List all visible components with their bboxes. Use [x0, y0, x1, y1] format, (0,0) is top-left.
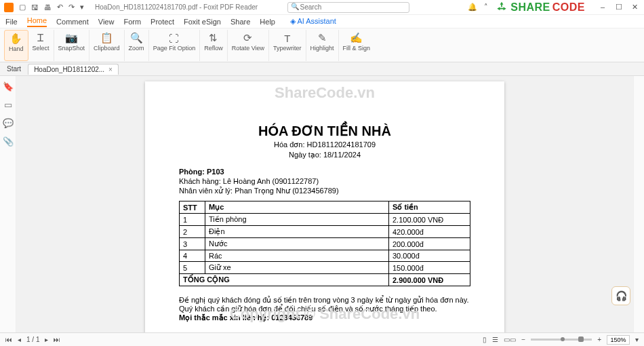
minimize-button[interactable]: –: [598, 3, 607, 12]
right-sidebar: [633, 76, 644, 332]
camera-icon: 📷: [65, 31, 78, 45]
app-icon: [4, 3, 14, 12]
more-icon[interactable]: ▾: [80, 3, 84, 12]
clipboard-icon: 📋: [100, 31, 113, 45]
tool-zoom[interactable]: 🔍Zoom: [125, 30, 149, 61]
note-3: Mọi thắc mắc xin liên hệ: 0123456789: [179, 313, 470, 322]
room-label: Phòng: P103: [179, 168, 470, 176]
title-right: 🔔 ˄ SHARECODE – ☐ ✕: [468, 1, 640, 14]
window-title: HoaDon_HD18112024181709.pdf - Foxit PDF …: [95, 3, 258, 11]
prev-page-icon[interactable]: ◂: [18, 336, 21, 343]
open-icon[interactable]: ▢: [19, 3, 26, 12]
close-button[interactable]: ✕: [630, 3, 640, 12]
table-row: 1Tiền phòng2.100.000 VNĐ: [180, 214, 470, 226]
fillsign-icon: ✍: [350, 31, 363, 45]
status-bar: ⏮ ◂ 1 / 1 ▸ ⏭ ▯ ☰ ▭▭ − + ▾: [0, 332, 644, 346]
bookmark-icon[interactable]: 🔖: [3, 81, 14, 92]
tool-fillsign[interactable]: ✍Fill & Sign: [339, 30, 375, 61]
workspace: 🔖 ▭ 💬 📎 ShareCode.vn HÓA ĐƠN TIỀN NHÀ Hó…: [0, 76, 644, 332]
staff-info: Nhân viên xử lý: Phan Trọng Như (0123456…: [179, 187, 470, 195]
menu-file[interactable]: File: [5, 18, 18, 26]
thumbnails-icon[interactable]: ▭: [4, 100, 12, 110]
th-muc: Mục: [205, 201, 389, 214]
menu-view[interactable]: View: [98, 18, 115, 26]
zoom-out-button[interactable]: −: [521, 336, 525, 343]
tool-snapshot[interactable]: 📷SnapShot: [54, 30, 90, 61]
view-facing-icon[interactable]: ▭▭: [504, 336, 516, 343]
tool-typewriter[interactable]: TTypewriter: [269, 30, 306, 61]
pagefit-icon: ⛶: [169, 31, 179, 45]
save-icon[interactable]: 🖫: [31, 3, 39, 12]
note-1: Đề nghị quý khách đóng đủ số tiền trên t…: [179, 296, 470, 305]
sharecode-logo: SHARECODE: [495, 1, 587, 14]
redo-icon[interactable]: ↷: [68, 3, 75, 12]
view-single-icon[interactable]: ▯: [483, 336, 487, 343]
search-box[interactable]: 🔍: [287, 2, 409, 13]
print-icon[interactable]: 🖶: [44, 3, 52, 12]
first-page-icon[interactable]: ⏮: [5, 336, 12, 343]
tab-document[interactable]: HoaDon_HD1811202... ×: [28, 64, 119, 75]
menu-home[interactable]: Home: [27, 16, 47, 27]
help-fab[interactable]: 🎧: [611, 286, 630, 305]
zoom-in-button[interactable]: +: [597, 336, 601, 343]
tool-rotate[interactable]: ⟳Rotate View: [228, 30, 269, 61]
customer-info: Khách hàng: Lê Hoàng Anh (0901122787): [179, 177, 470, 185]
left-sidebar: 🔖 ▭ 💬 📎: [0, 76, 16, 332]
invoice-date: Ngày tạo: 18/11/2024: [179, 151, 470, 159]
typewriter-icon: T: [284, 31, 290, 45]
chevron-up-icon[interactable]: ˄: [484, 3, 488, 12]
bell-icon[interactable]: 🔔: [468, 3, 477, 12]
view-continuous-icon[interactable]: ☰: [492, 336, 498, 343]
window-controls: – ☐ ✕: [598, 3, 640, 12]
next-page-icon[interactable]: ▸: [45, 336, 48, 343]
search-icon: 🔍: [291, 3, 299, 10]
tool-highlight[interactable]: ✎Highlight: [306, 30, 339, 61]
table-header: STT Mục Số tiền: [180, 201, 470, 214]
tool-hand[interactable]: ✋Hand: [4, 30, 28, 61]
ai-assistant[interactable]: ◈ AI Assistant: [290, 17, 336, 26]
menu-share[interactable]: Share: [230, 18, 250, 26]
recycle-icon: [495, 1, 508, 14]
rotate-icon: ⟳: [243, 31, 252, 45]
zoom-value[interactable]: [607, 335, 630, 345]
tool-reflow[interactable]: ⇅Reflow: [200, 30, 228, 61]
th-sotien: Số tiền: [389, 201, 470, 214]
menu-form[interactable]: Form: [123, 18, 141, 26]
invoice-number: Hóa đơn: HD18112024181709: [179, 140, 470, 149]
document-canvas[interactable]: ShareCode.vn HÓA ĐƠN TIỀN NHÀ Hóa đơn: H…: [16, 76, 633, 332]
menu-help[interactable]: Help: [260, 18, 275, 26]
th-stt: STT: [180, 201, 205, 214]
invoice-table: STT Mục Số tiền 1Tiền phòng2.100.000 VNĐ…: [179, 201, 470, 286]
maximize-button[interactable]: ☐: [614, 3, 624, 12]
menu-comment[interactable]: Comment: [56, 18, 89, 26]
zoom-dropdown-icon[interactable]: ▾: [635, 336, 639, 343]
table-row: 4Rác30.000đ: [180, 250, 470, 262]
zoom-slider[interactable]: [531, 339, 592, 341]
highlight-icon: ✎: [318, 31, 327, 45]
menu-protect[interactable]: Protect: [150, 18, 174, 26]
tool-clipboard[interactable]: 📋Clipboard: [89, 30, 125, 61]
tab-close-icon[interactable]: ×: [108, 66, 113, 73]
select-icon: Ꮖ: [37, 31, 44, 45]
search-input[interactable]: [287, 2, 409, 13]
comments-icon[interactable]: 💬: [3, 118, 14, 128]
hand-icon: ✋: [9, 32, 22, 45]
tool-select[interactable]: ᏆSelect: [28, 30, 54, 61]
menu-esign[interactable]: Foxit eSign: [184, 18, 221, 26]
ribbon: ✋Hand ᏆSelect 📷SnapShot 📋Clipboard 🔍Zoom…: [0, 28, 644, 62]
table-row: 5Giữ xe150.000đ: [180, 262, 470, 274]
menu-bar: File Home Comment View Form Protect Foxi…: [0, 15, 644, 28]
tab-document-label: HoaDon_HD1811202...: [34, 66, 104, 73]
invoice-title: HÓA ĐƠN TIỀN NHÀ: [179, 123, 470, 139]
last-page-icon[interactable]: ⏭: [54, 336, 60, 343]
pdf-page: ShareCode.vn HÓA ĐƠN TIỀN NHÀ Hóa đơn: H…: [145, 81, 504, 332]
attachments-icon[interactable]: 📎: [3, 136, 14, 147]
reflow-icon: ⇅: [209, 31, 218, 45]
note-2: Quý khách cần giữ hóa đơn để đối chiếu s…: [179, 305, 470, 313]
watermark-top: ShareCode.vn: [145, 84, 504, 102]
tool-pagefit[interactable]: ⛶Page Fit Option: [149, 30, 201, 61]
zoom-icon: 🔍: [130, 31, 143, 45]
table-row: 3Nước200.000đ: [180, 238, 470, 250]
tab-start[interactable]: Start: [0, 65, 28, 73]
undo-icon[interactable]: ↶: [57, 3, 63, 12]
